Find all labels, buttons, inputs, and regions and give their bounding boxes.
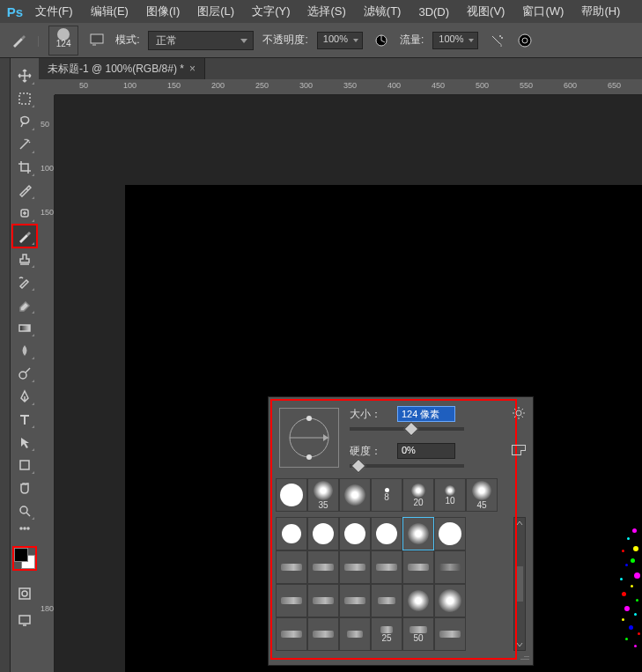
screenmode-toggle[interactable] <box>13 609 36 631</box>
menu-select[interactable]: 选择(S) <box>299 4 354 19</box>
brush-preset[interactable] <box>276 617 307 651</box>
brush-preset[interactable] <box>434 550 466 584</box>
move-tool[interactable] <box>13 65 36 86</box>
tool-indicator-brush-icon[interactable] <box>9 31 28 50</box>
brush-preset-selected[interactable] <box>402 517 434 550</box>
ruler-origin[interactable] <box>39 79 55 95</box>
brush-preset[interactable] <box>339 478 371 512</box>
brush-preset[interactable]: 45 <box>466 478 498 512</box>
shape-tool[interactable] <box>13 454 36 476</box>
marquee-tool[interactable] <box>13 88 36 109</box>
menu-file[interactable]: 文件(F) <box>26 4 82 19</box>
brush-preset[interactable] <box>371 584 402 617</box>
brush-preset[interactable] <box>307 617 339 651</box>
brush-preset[interactable]: 10 <box>434 478 466 512</box>
brush-preset[interactable] <box>307 584 339 617</box>
scroll-down-icon[interactable] <box>514 639 525 650</box>
menu-3d[interactable]: 3D(D) <box>410 5 458 18</box>
quickmask-toggle[interactable] <box>13 583 36 604</box>
brush-panel-toggle-icon[interactable] <box>87 31 107 50</box>
ruler-tick-label: 400 <box>387 81 401 90</box>
size-pressure-icon[interactable] <box>515 31 535 50</box>
hardness-input[interactable]: 0% <box>397 443 455 459</box>
opacity-select[interactable]: 100% <box>317 32 363 49</box>
scroll-up-icon[interactable] <box>514 518 525 528</box>
gradient-tool[interactable] <box>13 317 36 338</box>
panel-collapse-strip[interactable] <box>0 58 11 672</box>
brush-preset[interactable] <box>276 478 307 512</box>
brush-tool[interactable] <box>13 225 36 247</box>
menu-edit[interactable]: 编辑(E) <box>82 4 137 19</box>
brush-preset[interactable] <box>339 517 371 550</box>
brush-preset[interactable] <box>339 584 371 617</box>
path-select-tool[interactable] <box>13 432 36 453</box>
svg-point-11 <box>20 506 27 513</box>
brush-preset[interactable] <box>307 550 339 584</box>
panel-menu-icon[interactable] <box>512 406 526 420</box>
svg-point-22 <box>306 454 312 460</box>
brush-preset[interactable] <box>434 517 466 550</box>
brush-preset[interactable]: 35 <box>307 478 339 512</box>
brush-preset[interactable] <box>339 617 371 651</box>
hardness-slider[interactable] <box>350 464 464 468</box>
brush-preset[interactable] <box>276 517 307 550</box>
ruler-tick-label: 650 <box>608 81 621 90</box>
size-input[interactable]: 124 像素 <box>397 406 455 422</box>
crop-tool[interactable] <box>13 157 36 178</box>
preset-row: 25 50 <box>276 617 510 651</box>
opacity-pressure-icon[interactable] <box>372 31 391 50</box>
brush-preset[interactable] <box>434 584 466 617</box>
menu-help[interactable]: 帮助(H) <box>572 4 629 19</box>
brush-preset-picker[interactable]: 124 <box>48 26 78 55</box>
color-swatches[interactable] <box>14 548 35 569</box>
panel-resize-grip[interactable] <box>519 651 529 661</box>
brush-preset[interactable] <box>276 584 307 617</box>
brush-preset[interactable] <box>402 584 434 617</box>
menu-layer[interactable]: 图层(L) <box>188 4 243 19</box>
brush-angle-control[interactable] <box>279 408 339 468</box>
menu-bar: Ps 文件(F) 编辑(E) 图像(I) 图层(L) 文字(Y) 选择(S) 滤… <box>0 0 642 23</box>
eyedropper-tool[interactable] <box>13 180 36 201</box>
pen-tool[interactable] <box>13 386 36 407</box>
brush-preset[interactable] <box>276 550 307 584</box>
scroll-thumb[interactable] <box>516 566 523 602</box>
brush-preset[interactable] <box>371 517 402 550</box>
brush-preset[interactable] <box>434 617 466 651</box>
airbrush-icon[interactable] <box>487 31 506 50</box>
healing-tool[interactable] <box>13 203 36 224</box>
zoom-tool[interactable] <box>13 500 36 521</box>
menu-type[interactable]: 文字(Y) <box>243 4 299 19</box>
brush-preset[interactable]: 8 <box>371 478 402 512</box>
flow-select[interactable]: 100% <box>432 32 478 49</box>
ruler-vertical[interactable]: 50 100 150 180 <box>39 95 55 672</box>
magic-wand-tool[interactable] <box>13 134 36 155</box>
tab-close-icon[interactable]: × <box>189 63 196 75</box>
brush-preset[interactable] <box>402 550 434 584</box>
stamp-tool[interactable] <box>13 248 36 270</box>
preset-scrollbar[interactable] <box>513 517 526 651</box>
brush-preset[interactable]: 20 <box>402 478 434 512</box>
foreground-color[interactable] <box>14 548 28 562</box>
menu-filter[interactable]: 滤镜(T) <box>355 4 410 19</box>
menu-view[interactable]: 视图(V) <box>458 4 513 19</box>
brush-preset[interactable] <box>371 550 402 584</box>
new-preset-icon[interactable] <box>512 445 526 455</box>
type-tool[interactable] <box>13 409 36 430</box>
ruler-horizontal[interactable]: 50 100 150 200 250 300 350 400 450 500 5… <box>55 79 642 95</box>
lasso-tool[interactable] <box>13 111 36 132</box>
eraser-tool[interactable] <box>13 294 36 315</box>
edit-toolbar-icon[interactable] <box>13 523 36 534</box>
history-brush-tool[interactable] <box>13 271 36 292</box>
menu-window[interactable]: 窗口(W) <box>513 4 572 19</box>
blur-tool[interactable] <box>13 340 36 361</box>
brush-preset[interactable]: 25 <box>371 617 402 651</box>
brush-preset[interactable]: 50 <box>402 617 434 651</box>
document-tab-1[interactable]: 未标题-1 @ 100%(RGB/8#) * × <box>39 58 205 79</box>
size-slider[interactable] <box>350 427 464 431</box>
blend-mode-select[interactable]: 正常 <box>148 31 254 50</box>
dodge-tool[interactable] <box>13 363 36 384</box>
menu-image[interactable]: 图像(I) <box>137 4 188 19</box>
brush-preset[interactable] <box>307 517 339 550</box>
hand-tool[interactable] <box>13 477 36 498</box>
brush-preset[interactable] <box>339 550 371 584</box>
